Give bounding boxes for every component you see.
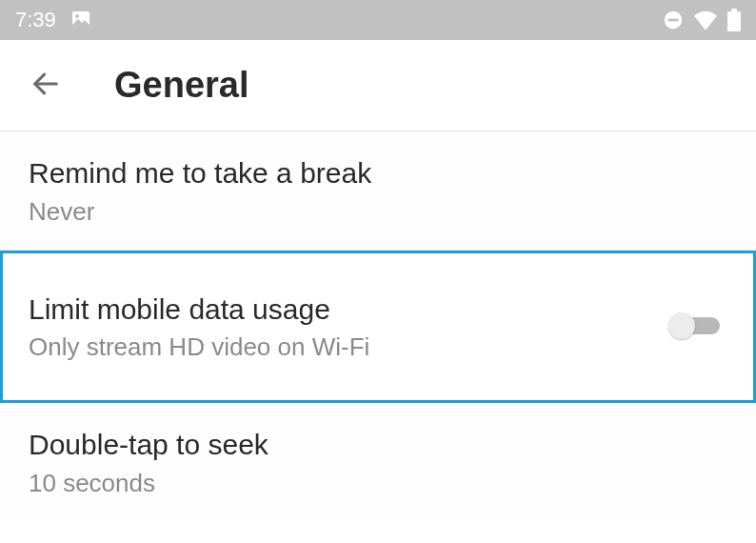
svg-point-1: [75, 14, 79, 18]
row-subtitle: 10 seconds: [29, 469, 727, 498]
battery-icon: [727, 9, 741, 31]
page-title: General: [114, 65, 249, 106]
status-time: 7:39: [15, 8, 56, 32]
do-not-disturb-icon: [663, 10, 684, 30]
row-title: Limit mobile data usage: [29, 291, 668, 330]
row-text: Limit mobile data usage Only stream HD v…: [29, 291, 668, 363]
arrow-left-icon: [30, 68, 62, 104]
status-bar: 7:39: [0, 0, 756, 40]
status-left: 7:39: [15, 8, 92, 32]
limit-mobile-data-toggle[interactable]: [668, 312, 727, 340]
toggle-thumb: [668, 312, 695, 339]
svg-rect-5: [731, 9, 737, 11]
row-text: Remind me to take a break Never: [29, 154, 727, 227]
app-bar: General: [0, 40, 756, 131]
svg-rect-3: [668, 19, 679, 22]
wifi-icon: [693, 10, 718, 30]
row-title: Remind me to take a break: [29, 154, 727, 193]
row-subtitle: Only stream HD video on Wi-Fi: [29, 332, 668, 362]
back-button[interactable]: [23, 63, 69, 109]
svg-rect-4: [727, 11, 741, 31]
image-icon: [70, 9, 92, 31]
row-double-tap-seek[interactable]: Double-tap to seek 10 seconds: [0, 403, 756, 521]
row-remind-break[interactable]: Remind me to take a break Never: [0, 131, 756, 251]
row-limit-mobile-data[interactable]: Limit mobile data usage Only stream HD v…: [0, 251, 756, 404]
row-title: Double-tap to seek: [29, 426, 727, 465]
row-text: Double-tap to seek 10 seconds: [29, 426, 727, 498]
row-subtitle: Never: [29, 197, 727, 227]
settings-list: Remind me to take a break Never Limit mo…: [0, 131, 756, 521]
status-right: [663, 9, 741, 31]
